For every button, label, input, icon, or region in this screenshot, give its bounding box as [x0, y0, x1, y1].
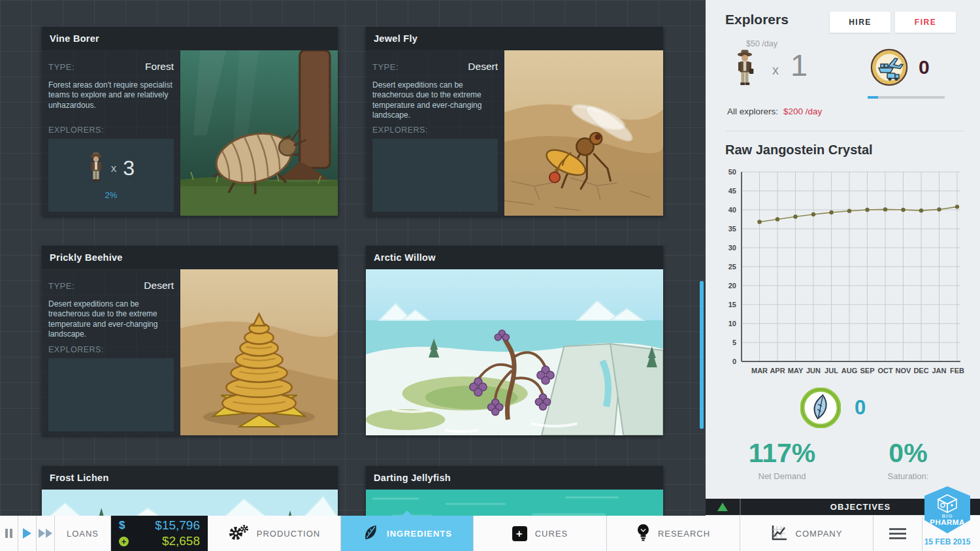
- gears-icon: [228, 524, 249, 544]
- card-title: Jewel Fly: [366, 27, 663, 50]
- transport-progress-bar: [868, 96, 945, 99]
- svg-text:OCT: OCT: [877, 367, 893, 375]
- objectives-warning-cell: [706, 499, 741, 515]
- explorer-icon: [88, 151, 105, 186]
- warning-triangle-icon: [717, 503, 728, 511]
- fire-button[interactable]: FIRE: [895, 12, 956, 33]
- ingredient-card-arctic-willow[interactable]: Arctic Willow: [366, 246, 663, 435]
- currency-icon: $: [119, 519, 125, 532]
- exploration-grid-background: Vine Borer TYPE: Forest Forest areas don…: [0, 0, 706, 551]
- cash-balance: $15,796: [155, 518, 200, 533]
- tab-ingredients[interactable]: INGREDIENTS: [341, 516, 474, 551]
- tab-label: CURES: [535, 529, 568, 539]
- svg-text:APR: APR: [770, 367, 785, 375]
- net-demand-value: 117%: [733, 438, 831, 469]
- all-explorers-rate: $200 /day: [783, 107, 822, 116]
- pause-button[interactable]: [0, 516, 18, 551]
- explorer-icon: [734, 48, 755, 90]
- svg-text:10: 10: [728, 320, 736, 327]
- explorer-rate: $50 /day: [746, 39, 777, 48]
- type-value: Forest: [145, 61, 174, 73]
- svg-text:50: 50: [728, 168, 736, 176]
- fast-forward-icon: [39, 529, 52, 538]
- card-title: Frost Lichen: [42, 466, 338, 490]
- divider: [725, 131, 964, 131]
- svg-text:30: 30: [728, 244, 736, 252]
- svg-text:45: 45: [728, 187, 736, 195]
- cross-icon: +: [512, 526, 527, 541]
- tab-cures[interactable]: + CURES: [474, 516, 607, 551]
- loans-button[interactable]: LOANS: [55, 516, 111, 551]
- forest-scene-illustration: [180, 50, 338, 216]
- arctic-willow-scene-illustration: [366, 269, 663, 435]
- svg-text:25: 25: [728, 263, 736, 271]
- logo-text-top: BIG: [941, 514, 953, 518]
- tab-company[interactable]: COMPANY: [740, 516, 874, 551]
- chart-icon: [771, 524, 788, 543]
- ingredient-card-prickly-beehive[interactable]: Prickly Beehive TYPE: Desert Desert expe…: [42, 246, 338, 435]
- hamburger-icon: [889, 528, 906, 539]
- net-demand-stat: 117% Net Demand: [733, 438, 831, 481]
- explorers-dropzone[interactable]: [372, 139, 498, 212]
- tab-label: RESEARCH: [658, 529, 710, 539]
- svg-text:SEP: SEP: [860, 367, 874, 375]
- ingredient-card-jewel-fly[interactable]: Jewel Fly TYPE: Desert Desert expedition…: [366, 27, 663, 216]
- chart-title: Raw Jangostein Crystal: [725, 142, 873, 158]
- svg-text:NOV: NOV: [896, 367, 912, 375]
- svg-text:JUN: JUN: [806, 367, 821, 375]
- type-value: Desert: [144, 280, 174, 292]
- explorer-count: 3: [123, 156, 135, 180]
- net-demand-label: Net Demand: [733, 471, 831, 481]
- logo-cube-icon: [936, 493, 958, 513]
- tab-label: COMPANY: [796, 529, 843, 539]
- bulb-icon: [636, 524, 650, 543]
- type-description: Desert expeditions can be treacherous du…: [48, 299, 174, 339]
- svg-text:35: 35: [728, 225, 736, 233]
- type-description: Forest areas don't require specialist te…: [48, 80, 174, 110]
- menu-button[interactable]: [874, 516, 923, 551]
- desert-beehive-scene-illustration: [180, 269, 338, 435]
- type-label: TYPE:: [48, 62, 74, 72]
- fast-forward-button[interactable]: [37, 516, 55, 551]
- svg-text:MAY: MAY: [788, 367, 804, 375]
- type-description: Desert expeditions can be treacherous du…: [372, 80, 498, 120]
- explorer-count: 1: [791, 47, 808, 83]
- svg-text:40: 40: [728, 206, 736, 214]
- ingredient-card-vine-borer[interactable]: Vine Borer TYPE: Forest Forest areas don…: [42, 27, 338, 216]
- all-explorers-label: All explorers:: [727, 107, 778, 116]
- explorers-dropzone[interactable]: [48, 358, 174, 431]
- card-title: Prickly Beehive: [42, 246, 338, 269]
- explorers-label: EXPLORERS:: [372, 125, 498, 135]
- svg-text:5: 5: [732, 339, 736, 346]
- card-title: Arctic Willow: [366, 246, 663, 269]
- explorers-sidebar: Explorers HIRE FIRE $50 /day x 1: [706, 0, 980, 551]
- svg-text:MAR: MAR: [751, 367, 768, 375]
- exploration-progress: 2%: [105, 190, 118, 200]
- price-history-chart: 05101520253035404550MARAPRMAYJUNJULAUGSE…: [717, 162, 975, 378]
- type-label: TYPE:: [48, 281, 74, 291]
- game-date: 15 FEB 2015: [918, 537, 977, 546]
- income-plus-icon: +: [119, 537, 129, 546]
- scrollbar-thumb[interactable]: [700, 281, 704, 429]
- bottom-toolbar: LOANS $ $15,796 + $2,658 PRODUCTION: [0, 516, 980, 551]
- tab-research[interactable]: RESEARCH: [607, 516, 740, 551]
- type-value: Desert: [468, 61, 498, 73]
- svg-text:15: 15: [728, 301, 736, 309]
- card-info-panel: TYPE: Desert Desert expeditions can be t…: [366, 50, 504, 216]
- saturation-label: Saturation:: [859, 471, 957, 481]
- daily-income: $2,658: [162, 534, 200, 548]
- saturation-stat: 0% Saturation:: [859, 438, 957, 481]
- card-info-panel: TYPE: Forest Forest areas don't require …: [42, 50, 180, 216]
- play-button[interactable]: [18, 516, 37, 551]
- tab-production[interactable]: PRODUCTION: [208, 516, 341, 551]
- explorers-label: EXPLORERS:: [48, 345, 174, 354]
- svg-text:JAN: JAN: [932, 367, 946, 375]
- tab-label: INGREDIENTS: [387, 529, 452, 539]
- tab-label: PRODUCTION: [257, 529, 320, 539]
- transport-count: 0: [919, 56, 930, 78]
- svg-text:20: 20: [728, 282, 736, 290]
- hire-button[interactable]: HIRE: [830, 12, 890, 33]
- explorers-dropzone[interactable]: x 3 2%: [48, 139, 174, 212]
- play-icon: [23, 528, 31, 539]
- transport-icon: [870, 48, 908, 89]
